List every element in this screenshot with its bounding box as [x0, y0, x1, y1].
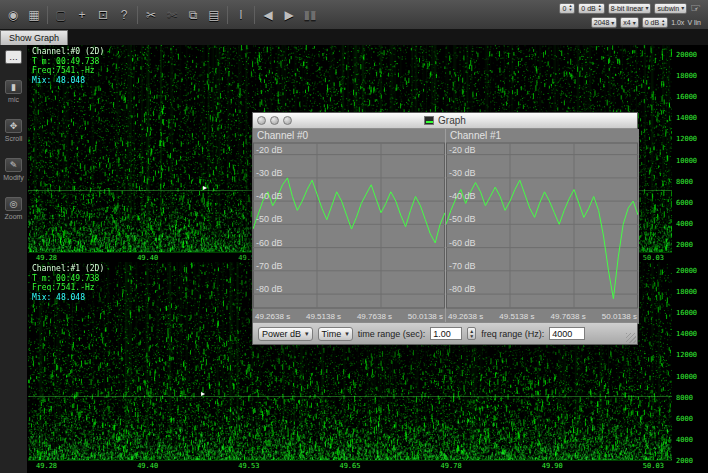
gain-db-spin[interactable]: 0 dB▲▼	[642, 17, 668, 28]
fft-size-select[interactable]: 2048▾	[591, 17, 618, 28]
y-axis-label: -30 dB	[256, 168, 283, 178]
delete-icon[interactable]: ✄	[164, 9, 180, 21]
ibeam-icon[interactable]: I	[233, 9, 249, 21]
channel-1-info-overlay: Channel:#1 (2D)T m: 00:49.738Freq:7541.-…	[30, 263, 106, 303]
freq-label: 16000	[676, 309, 708, 317]
close-button[interactable]	[257, 116, 266, 125]
channel-readout: Freq:7541.-Hz	[32, 66, 104, 76]
help-icon[interactable]: ?	[116, 9, 132, 21]
mic-tool[interactable]: ▮mic	[5, 80, 22, 103]
axis-mode-select[interactable]: Time ▾	[318, 327, 353, 341]
x-axis-label: 49.7638 s	[551, 312, 586, 321]
audio-analyzer-app: ◉▦▢+⊡?✂✄⧉▤I◀▶▮▮ 0▲▼0 dB▲▼8-bit linear▾su…	[0, 0, 708, 473]
scale-mode-label: V lin	[687, 19, 701, 26]
zoom-rect-icon[interactable]: ⊡	[95, 9, 111, 21]
y-axis-label: -50 dB	[449, 214, 476, 224]
cut-icon[interactable]: ✂	[143, 9, 159, 21]
time-range-label: time range (sec):	[358, 329, 426, 339]
move-icon[interactable]: +	[74, 9, 90, 21]
gain-db-spin-stepper[interactable]: ▲▼	[661, 19, 665, 27]
graph-window-titlebar[interactable]: Graph	[253, 113, 637, 129]
paste-icon[interactable]: ▤	[206, 9, 222, 21]
frequency-axis: 2000018000160001400012000100008000600040…	[672, 45, 708, 473]
zoom-tool-icon: ◎	[5, 197, 22, 211]
modify-tool[interactable]: ✎Modify	[3, 158, 24, 181]
grab-hand-icon[interactable]: ☞	[690, 1, 701, 15]
freq-label: 12000	[676, 351, 708, 359]
play-icon[interactable]: ▶	[281, 9, 297, 21]
resize-grip[interactable]	[626, 333, 636, 343]
pause-icon[interactable]: ▮▮	[302, 9, 318, 21]
level-spin-stepper[interactable]: ▲▼	[598, 4, 602, 12]
channel-0-info-overlay: Channel:#0 (2D)T m: 00:49.738Freq:7541.-…	[30, 46, 106, 86]
channel-readout: Freq:7541.-Hz	[32, 283, 104, 293]
x-axis-label: 49.5138 s	[306, 312, 341, 321]
freq-label: 10000	[676, 373, 708, 381]
down-arrow-icon: ▼	[598, 8, 602, 12]
toolbar-controls-row1: 0▲▼0 dB▲▼8-bit linear▾subwin▾☞	[559, 1, 701, 15]
more-button[interactable]: …	[5, 50, 22, 64]
power-mode-select[interactable]: Power dB ▾	[258, 327, 313, 341]
frequency-labels-channel-0: 2000018000160001400012000100008000600040…	[676, 51, 708, 249]
time-label: 49.28	[36, 462, 57, 473]
graph-window-title-text: Graph	[438, 115, 466, 126]
time-label: 49.78	[441, 462, 462, 473]
graph-plot	[446, 129, 638, 324]
scroll-tool[interactable]: ✥Scroll	[5, 119, 23, 142]
level-spin[interactable]: 0 dB▲▼	[578, 3, 604, 14]
freq-label: 6000	[676, 199, 708, 207]
zoom-tool[interactable]: ◎Zoom	[5, 197, 23, 220]
time-range-input[interactable]	[430, 327, 462, 340]
frequency-cursor-line-1	[28, 396, 672, 397]
zoom-window-button[interactable]	[283, 116, 292, 125]
down-arrow-icon: ▼	[661, 23, 665, 27]
freq-label: 20000	[676, 51, 708, 59]
gain-spin-stepper[interactable]: ▲▼	[568, 4, 572, 12]
time-label: 49.53	[238, 462, 259, 473]
minimize-button[interactable]	[270, 116, 279, 125]
y-axis-label: -50 dB	[256, 214, 283, 224]
x-axis-label: 49.2638 s	[448, 312, 483, 321]
modify-tool-label: Modify	[3, 174, 24, 181]
show-graph-tab[interactable]: Show Graph	[0, 30, 68, 45]
freq-label: 14000	[676, 330, 708, 338]
select-rect-icon[interactable]: ▢	[53, 9, 69, 21]
toolbar-controls: 0▲▼0 dB▲▼8-bit linear▾subwin▾☞ 2048▾x4▾0…	[559, 1, 703, 28]
graph-panel-title: Channel #0	[257, 130, 308, 141]
overlap-select[interactable]: x4▾	[620, 17, 638, 28]
graph-plot	[253, 129, 445, 324]
x-axis-label: 50.0138 s	[602, 312, 637, 321]
graph-panel-0: Channel #0-20 dB-30 dB-40 dB-50 dB-60 dB…	[253, 129, 446, 324]
chevron-down-icon: ▾	[633, 20, 636, 26]
cursor-marker-icon-0: ▸	[203, 184, 207, 192]
x-axis-label: 49.5138 s	[499, 312, 534, 321]
x-axis-label: 49.7638 s	[357, 312, 392, 321]
channel-readout: T m: 00:49.738	[32, 57, 104, 67]
time-range-stepper[interactable]: ▲▼	[467, 327, 476, 340]
graph-panels: Channel #0-20 dB-30 dB-40 dB-50 dB-60 dB…	[253, 129, 639, 324]
save-icon[interactable]: ▦	[26, 9, 42, 21]
gain-db-spin-value: 0 dB	[645, 19, 659, 26]
mic-tool-icon: ▮	[5, 80, 22, 94]
format-select[interactable]: 8-bit linear▾	[608, 3, 652, 14]
scroll-tool-label: Scroll	[5, 135, 23, 142]
chevron-down-icon: ▾	[681, 5, 684, 11]
graph-panel-1: Channel #1-20 dB-30 dB-40 dB-50 dB-60 dB…	[446, 129, 639, 324]
toolbar-separator	[137, 6, 138, 24]
more-button-icon: …	[5, 50, 22, 64]
zoom-tool-label: Zoom	[5, 213, 23, 220]
y-axis-label: -60 dB	[256, 238, 283, 248]
skip-start-icon[interactable]: ◀	[260, 9, 276, 21]
gain-spin[interactable]: 0▲▼	[559, 3, 575, 14]
time-label: 49.40	[137, 462, 158, 473]
copy-icon[interactable]: ⧉	[185, 9, 201, 21]
graph-window: Graph Channel #0-20 dB-30 dB-40 dB-50 dB…	[252, 112, 638, 345]
freq-range-input[interactable]	[549, 327, 585, 340]
speaker-icon[interactable]: ◉	[5, 9, 21, 21]
graph-window-title: Graph	[253, 115, 637, 126]
y-axis-label: -40 dB	[256, 191, 283, 201]
window-select[interactable]: subwin▾	[654, 3, 687, 14]
graph-footer: Power dB ▾ Time ▾ time range (sec): ▲▼ f…	[253, 322, 637, 344]
x-axis-label: 50.0138 s	[408, 312, 443, 321]
toolbar-separator	[227, 6, 228, 24]
